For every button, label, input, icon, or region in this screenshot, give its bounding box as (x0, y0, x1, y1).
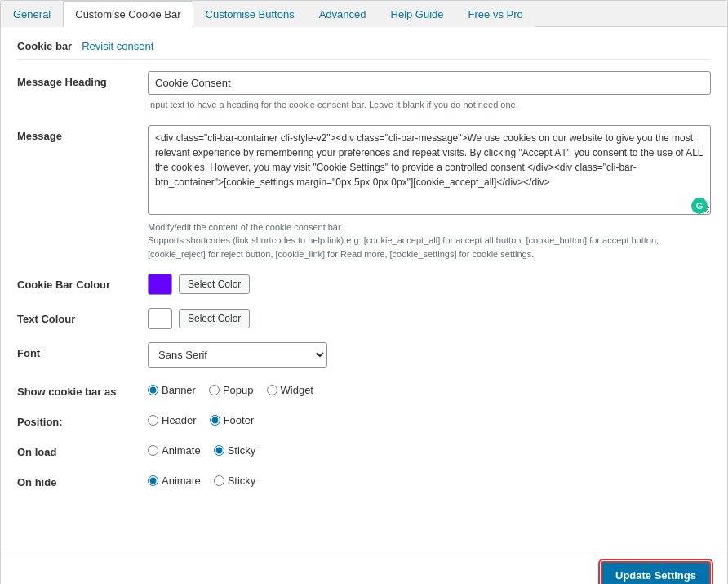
widget-radio[interactable] (267, 385, 277, 395)
cookie-bar-colour-label: Cookie Bar Colour (17, 274, 148, 291)
banner-option[interactable]: Banner (148, 384, 196, 396)
popup-option[interactable]: Popup (209, 384, 254, 396)
message-help-line1: Modify/edit the content of the cookie co… (148, 222, 343, 232)
font-select[interactable]: Sans Serif Serif Monospace Arial Georgia… (148, 342, 327, 368)
on-hide-sticky-label: Sticky (228, 475, 256, 487)
tab-free-vs-pro[interactable]: Free vs Pro (456, 1, 535, 27)
tab-content: Cookie bar Revisit consent Message Headi… (1, 27, 727, 551)
grammarly-icon: G (691, 198, 708, 214)
tab-help-guide[interactable]: Help Guide (379, 1, 456, 27)
footer-option[interactable]: Footer (210, 414, 255, 426)
on-hide-control: Animate Sticky (148, 471, 711, 487)
header-option[interactable]: Header (148, 414, 197, 426)
message-help-line2: Supports shortcodes.(link shortcodes to … (148, 235, 659, 259)
on-load-sticky-radio[interactable] (214, 445, 224, 456)
header-radio[interactable] (148, 415, 158, 426)
text-colour-label: Text Colour (17, 308, 148, 325)
message-help: Modify/edit the content of the cookie co… (148, 221, 711, 261)
widget-label: Widget (281, 384, 313, 396)
revisit-consent-link[interactable]: Revisit consent (82, 40, 153, 52)
textarea-wrapper: G (148, 125, 711, 217)
position-group: Header Footer (148, 411, 711, 426)
update-settings-button[interactable]: Update Settings (601, 561, 711, 584)
tab-customise-cookie-bar[interactable]: Customise Cookie Bar (63, 1, 193, 27)
tab-advanced[interactable]: Advanced (307, 1, 379, 27)
text-colour-picker: Select Color (148, 308, 711, 329)
widget-option[interactable]: Widget (267, 384, 313, 396)
section-header: Cookie bar Revisit consent (17, 40, 711, 60)
popup-radio[interactable] (209, 385, 220, 395)
tab-general[interactable]: General (1, 1, 63, 27)
page-footer: Update Settings (1, 551, 727, 584)
footer-label: Footer (224, 414, 255, 426)
on-load-animate-label: Animate (162, 444, 201, 457)
text-colour-swatch[interactable] (148, 308, 172, 329)
font-label: Font (17, 342, 148, 359)
show-cookie-bar-as-group: Banner Popup Widget (148, 381, 711, 396)
on-hide-group: Animate Sticky (148, 471, 711, 487)
message-textarea[interactable] (148, 125, 711, 215)
cookie-bar-colour-control: Select Color (148, 274, 711, 295)
popup-label: Popup (223, 384, 254, 396)
message-heading-label: Message Heading (17, 71, 148, 88)
cookie-bar-colour-picker: Select Color (148, 274, 711, 295)
on-load-control: Animate Sticky (148, 441, 711, 457)
on-hide-row: On hide Animate Sticky (17, 471, 711, 488)
font-control: Sans Serif Serif Monospace Arial Georgia… (148, 342, 711, 368)
on-load-sticky-label: Sticky (228, 444, 256, 457)
message-heading-input[interactable] (148, 71, 711, 95)
header-label: Header (162, 414, 197, 426)
position-control: Header Footer (148, 411, 711, 426)
on-load-row: On load Animate Sticky (17, 441, 711, 458)
message-label: Message (17, 125, 148, 142)
on-load-label: On load (17, 441, 148, 458)
section-title: Cookie bar (17, 40, 72, 52)
message-row: Message G Modify/edit the content of the… (17, 125, 711, 261)
message-heading-control: Input text to have a heading for the coo… (148, 71, 711, 112)
on-hide-sticky-option[interactable]: Sticky (214, 475, 256, 487)
on-hide-animate-option[interactable]: Animate (148, 475, 201, 487)
position-label: Position: (17, 411, 148, 428)
text-colour-button[interactable]: Select Color (179, 309, 250, 328)
on-load-group: Animate Sticky (148, 441, 711, 457)
on-hide-animate-label: Animate (162, 475, 201, 487)
position-row: Position: Header Footer (17, 411, 711, 428)
on-hide-label: On hide (17, 471, 148, 488)
on-hide-animate-radio[interactable] (148, 475, 158, 486)
footer-radio[interactable] (210, 415, 220, 426)
tabs-navigation: General Customise Cookie Bar Customise B… (1, 1, 727, 27)
cookie-bar-colour-row: Cookie Bar Colour Select Color (17, 274, 711, 295)
show-cookie-bar-as-control: Banner Popup Widget (148, 381, 711, 396)
message-heading-help: Input text to have a heading for the coo… (148, 98, 711, 112)
message-heading-row: Message Heading Input text to have a hea… (17, 71, 711, 112)
text-colour-row: Text Colour Select Color (17, 308, 711, 329)
cookie-bar-colour-button[interactable]: Select Color (179, 274, 250, 294)
tab-customise-buttons[interactable]: Customise Buttons (193, 1, 307, 27)
on-hide-sticky-radio[interactable] (214, 475, 224, 486)
on-load-animate-radio[interactable] (148, 445, 158, 456)
on-load-animate-option[interactable]: Animate (148, 444, 201, 457)
message-control: G Modify/edit the content of the cookie … (148, 125, 711, 261)
text-colour-control: Select Color (148, 308, 711, 329)
on-load-sticky-option[interactable]: Sticky (214, 444, 256, 457)
banner-label: Banner (162, 384, 196, 396)
show-cookie-bar-as-row: Show cookie bar as Banner Popup Widget (17, 381, 711, 398)
banner-radio[interactable] (148, 385, 158, 395)
font-row: Font Sans Serif Serif Monospace Arial Ge… (17, 342, 711, 368)
settings-page: General Customise Cookie Bar Customise B… (0, 0, 728, 584)
cookie-bar-colour-swatch[interactable] (148, 274, 172, 295)
show-cookie-bar-as-label: Show cookie bar as (17, 381, 148, 398)
